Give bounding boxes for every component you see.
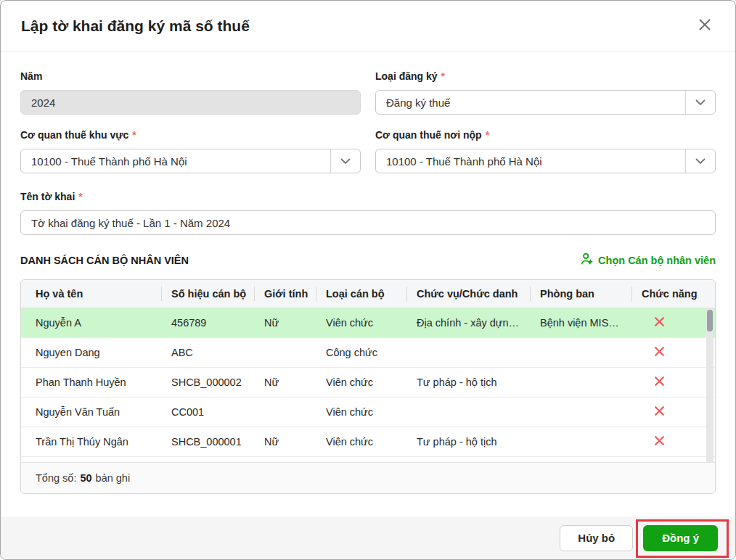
scrollbar-thumb[interactable] [707, 310, 713, 332]
delete-row-button[interactable] [651, 433, 668, 450]
column-header-position: Chức vụ/Chức danh [406, 280, 530, 308]
cell-actions [631, 433, 715, 450]
cell-actions [631, 403, 715, 421]
tax-office-region-label: Cơ quan thuế khu vực [20, 129, 128, 141]
cell-code: CC001 [161, 406, 254, 418]
delete-row-button[interactable] [651, 374, 668, 391]
column-header-code: Số hiệu cán bộ [161, 280, 254, 308]
delete-row-button[interactable] [651, 314, 668, 332]
cell-name: Nguyen Dang [21, 347, 161, 358]
cell-name: Trần Thị Thúy Ngân [21, 436, 161, 448]
table-summary: Tổng số: 50 bản ghi [21, 462, 715, 493]
cell-type: Viên chức [316, 436, 406, 448]
year-label: Năm [20, 70, 42, 82]
cell-gender: Nữ [254, 376, 316, 388]
summary-count: 50 [80, 472, 91, 484]
chevron-down-icon[interactable] [330, 149, 360, 173]
field-registration-type: Loại đăng ký * Đăng ký thuế [375, 70, 716, 115]
dialog-body: Năm 2024 Loại đăng ký * Đăng ký thuế [1, 52, 735, 516]
cell-type: Viên chức [316, 376, 406, 388]
table-row[interactable]: Phan Thanh Huyền SHCB_000002 Nữ Viên chứ… [21, 368, 715, 398]
required-asterisk: * [78, 191, 82, 202]
cell-code: SHCB_000002 [161, 376, 254, 388]
delete-x-icon [654, 316, 665, 329]
cancel-button[interactable]: Hủy bỏ [560, 525, 633, 551]
close-button[interactable] [695, 16, 715, 36]
column-header-name: Họ và tên [21, 280, 161, 308]
delete-x-icon [654, 405, 665, 419]
dialog-title: Lập tờ khai đăng ký mã số thuế [21, 17, 250, 35]
tax-office-region-select[interactable]: 10100 - Thuế Thành phố Hà Nội [20, 149, 361, 173]
tax-declaration-dialog: Lập tờ khai đăng ký mã số thuế Năm 2024 … [0, 0, 736, 560]
declaration-name-label: Tên tờ khai [20, 191, 75, 202]
cell-department: Bệnh viện MIS… [530, 317, 631, 329]
year-input: 2024 [20, 90, 361, 115]
registration-type-label: Loại đăng ký [375, 70, 438, 82]
column-header-actions: Chức năng [631, 280, 715, 308]
cell-type: Công chức [316, 347, 406, 358]
choose-employees-label: Chọn Cán bộ nhân viên [598, 255, 716, 266]
cell-code: SHCB_000001 [161, 436, 254, 448]
delete-row-button[interactable] [651, 403, 668, 421]
required-asterisk: * [441, 70, 445, 82]
employee-section-title: DANH SÁCH CÁN BỘ NHÂN VIÊN [20, 255, 189, 266]
chevron-down-icon[interactable] [685, 91, 715, 114]
employee-section-bar: DANH SÁCH CÁN BỘ NHÂN VIÊN Chọn Cán bộ n… [20, 252, 716, 268]
field-tax-office-submit: Cơ quan thuế nơi nộp * 10100 - Thuế Thàn… [375, 129, 716, 173]
cell-name: Phan Thanh Huyền [21, 376, 161, 388]
cell-gender: Nữ [254, 317, 316, 329]
table-row[interactable]: Nguyễn A 456789 Nữ Viên chức Địa chính -… [21, 308, 715, 338]
chevron-down-icon[interactable] [685, 149, 715, 173]
table-row[interactable]: Nguyen Dang ABC Công chức [21, 338, 715, 368]
cell-actions [631, 344, 715, 361]
dialog-header: Lập tờ khai đăng ký mã số thuế [1, 1, 735, 52]
cell-actions [631, 374, 715, 391]
column-header-department: Phòng ban [530, 280, 631, 308]
required-asterisk: * [486, 129, 489, 141]
choose-employees-link[interactable]: Chọn Cán bộ nhân viên [580, 252, 716, 268]
tax-office-submit-label: Cơ quan thuế nơi nộp [375, 129, 482, 141]
person-add-icon [580, 252, 593, 268]
cell-code: 456789 [161, 317, 254, 329]
delete-x-icon [654, 376, 665, 389]
cell-actions [631, 314, 715, 332]
cell-position: Tư pháp - hộ tịch [406, 436, 530, 448]
field-tax-office-region: Cơ quan thuế khu vực * 10100 - Thuế Thàn… [20, 129, 361, 173]
tax-office-submit-select[interactable]: 10100 - Thuế Thành phố Hà Nội [375, 149, 716, 173]
summary-prefix: Tổng số: [36, 472, 76, 484]
field-year: Năm 2024 [20, 70, 361, 115]
cell-type: Viên chức [316, 406, 406, 418]
summary-suffix: bản ghi [96, 472, 131, 484]
dialog-footer: Hủy bỏ Đồng ý [1, 516, 735, 559]
declaration-name-input[interactable]: Tờ khai đăng ký thuế - Lần 1 - Năm 2024 [20, 210, 716, 235]
employee-table-header: Họ và tên Số hiệu cán bộ Giới tính Loại … [21, 280, 715, 308]
registration-type-select[interactable]: Đăng ký thuế [375, 90, 716, 115]
cell-name: Nguyễn Văn Tuấn [21, 406, 161, 418]
required-asterisk: * [132, 129, 136, 141]
table-row[interactable]: Trần Thị Thúy Ngân SHCB_000001 Nữ Viên c… [21, 427, 715, 457]
employee-table-body: Nguyễn A 456789 Nữ Viên chức Địa chính -… [21, 308, 715, 462]
table-scrollbar[interactable] [706, 308, 713, 462]
employee-table: Họ và tên Số hiệu cán bộ Giới tính Loại … [20, 279, 716, 494]
delete-row-button[interactable] [651, 344, 668, 361]
field-declaration-name: Tên tờ khai * Tờ khai đăng ký thuế - Lần… [20, 191, 716, 235]
cell-type: Viên chức [316, 317, 406, 329]
cell-code: ABC [161, 347, 254, 358]
column-header-gender: Giới tính [254, 280, 316, 308]
delete-x-icon [654, 346, 665, 359]
close-icon [698, 17, 712, 34]
column-header-type: Loại cán bộ [316, 280, 406, 308]
delete-x-icon [654, 435, 665, 448]
cell-position: Địa chính - xây dựn… [406, 317, 530, 329]
cell-name: Nguyễn A [21, 317, 161, 329]
cell-position: Tư pháp - hộ tịch [406, 376, 530, 388]
cell-gender: Nữ [254, 436, 316, 448]
confirm-button[interactable]: Đồng ý [643, 525, 718, 551]
table-row[interactable]: Nguyễn Văn Tuấn CC001 Viên chức [21, 398, 715, 427]
